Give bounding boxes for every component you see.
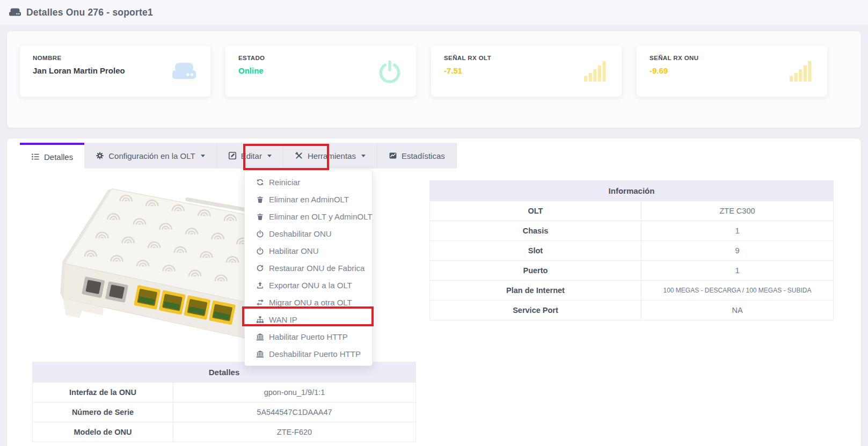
chevron-down-icon: [267, 155, 272, 157]
menu-item-label: Restaurar ONU de Fabrica: [269, 264, 364, 273]
tab-editar[interactable]: Editar: [217, 143, 283, 169]
table-row: OLT ZTE C300: [430, 201, 833, 221]
table-row: Número de Serie 5A544547C1DAAA47: [33, 402, 415, 422]
exchange-icon: [256, 298, 264, 306]
power-icon: [376, 59, 403, 84]
tab-label: Herramientas: [308, 151, 356, 160]
chart-icon: [389, 151, 397, 160]
tab-detalles[interactable]: Detalles: [20, 143, 84, 169]
menu-item-habilitar-onu[interactable]: Habilitar ONU: [245, 242, 372, 259]
stat-card-nombre: NOMBRE Jan Loran Martin Proleo: [20, 46, 210, 97]
table-row: Modelo de ONU ZTE-F620: [33, 422, 415, 442]
table-row: Slot 9: [430, 240, 833, 260]
trash-icon: [256, 195, 264, 203]
list-icon: [31, 152, 40, 161]
bank-icon: [256, 350, 264, 358]
router-icon: [171, 59, 198, 84]
menu-item-habilitar-puerto-http[interactable]: Habilitar Puerto HTTP: [245, 328, 372, 345]
menu-item-label: Reiniciar: [269, 178, 300, 187]
tab-label: Estadísticas: [402, 151, 445, 160]
menu-item-label: Habilitar ONU: [269, 246, 319, 255]
menu-item-label: WAN IP: [269, 315, 297, 324]
menu-item-label: Eliminar en OLT y AdminOLT: [269, 212, 373, 221]
menu-item-label: Habilitar Puerto HTTP: [269, 332, 348, 341]
menu-item-restaurar-fabrica[interactable]: Restaurar ONU de Fabrica: [245, 259, 372, 276]
tab-label: Editar: [241, 151, 262, 160]
table-row: Chasis 1: [430, 221, 833, 240]
sitemap-icon: [256, 316, 264, 324]
stat-card-senal-rx-onu: SEÑAL RX ONU -9.69: [637, 46, 827, 97]
chevron-down-icon: [361, 155, 366, 157]
info-table-title: Información: [430, 181, 833, 201]
menu-item-eliminar-adminolt[interactable]: Eliminar en AdminOLT: [245, 191, 372, 208]
tools-menu: Reiniciar Eliminar en AdminOLT Eliminar …: [244, 170, 373, 366]
redo-icon: [256, 264, 264, 272]
stats-panel: NOMBRE Jan Loran Martin Proleo ESTADO On…: [7, 31, 861, 128]
menu-item-wan-ip[interactable]: WAN IP: [245, 311, 372, 328]
tab-herramientas[interactable]: Herramientas: [283, 143, 377, 169]
menu-item-reiniciar[interactable]: Reiniciar: [245, 173, 372, 191]
edit-icon: [228, 151, 237, 160]
bank-icon: [256, 333, 264, 341]
menu-item-label: Exportar ONU a la OLT: [269, 281, 352, 290]
menu-item-label: Migrar ONU a otra OLT: [269, 298, 352, 307]
details-table: Detalles Interfaz de la ONU gpon-onu_1/9…: [32, 362, 416, 442]
router-icon: [9, 7, 21, 18]
menu-item-label: Deshabilitar ONU: [269, 229, 332, 238]
tab-bar: Detalles Configuración en la OLT Editar …: [20, 143, 457, 169]
tab-label: Configuración en la OLT: [108, 151, 195, 160]
onu-device-photo: [49, 181, 278, 360]
table-row: Service Port NA: [430, 300, 833, 320]
menu-item-label: Eliminar en AdminOLT: [269, 195, 349, 204]
power-icon: [256, 230, 264, 238]
table-row: Interfaz de la ONU gpon-onu_1/9/1:1: [33, 382, 415, 402]
power-icon: [256, 247, 264, 255]
menu-item-label: Deshabilitar Puerto HTTP: [269, 349, 361, 359]
tab-configuracion-olt[interactable]: Configuración en la OLT: [84, 143, 216, 169]
menu-item-deshabilitar-onu[interactable]: Deshabilitar ONU: [245, 225, 372, 242]
stat-card-estado: ESTADO Online: [225, 46, 416, 97]
sync-icon: [256, 178, 264, 186]
gear-icon: [96, 151, 104, 160]
menu-item-deshabilitar-puerto-http[interactable]: Deshabilitar Puerto HTTP: [245, 345, 372, 362]
page-title: Detalles Onu 276 - soporte1: [26, 7, 153, 18]
upload-icon: [256, 281, 264, 289]
menu-item-eliminar-olt-adminolt[interactable]: Eliminar en OLT y AdminOLT: [245, 208, 372, 225]
signal-bars-icon: [582, 59, 609, 84]
menu-item-exportar-olt[interactable]: Exportar ONU a la OLT: [245, 276, 372, 294]
menu-item-migrar-olt[interactable]: Migrar ONU a otra OLT: [245, 294, 372, 311]
tab-label: Detalles: [44, 152, 73, 162]
tools-icon: [295, 151, 303, 160]
trash-icon: [256, 213, 264, 221]
stat-card-senal-rx-olt: SEÑAL RX OLT -7.51: [431, 46, 622, 97]
chevron-down-icon: [201, 155, 205, 157]
info-table: Información OLT ZTE C300 Chasis 1 Slot 9…: [429, 180, 834, 320]
table-row: Plan de Internet 100 MEGAS - DESCARGA / …: [430, 280, 833, 300]
page-header: Detalles Onu 276 - soporte1: [0, 0, 868, 25]
tab-estadisticas[interactable]: Estadísticas: [377, 143, 457, 169]
onu-details-page: Detalles Onu 276 - soporte1 NOMBRE Jan L…: [0, 0, 868, 446]
table-row: Puerto 1: [430, 260, 833, 280]
signal-bars-icon: [787, 59, 814, 84]
